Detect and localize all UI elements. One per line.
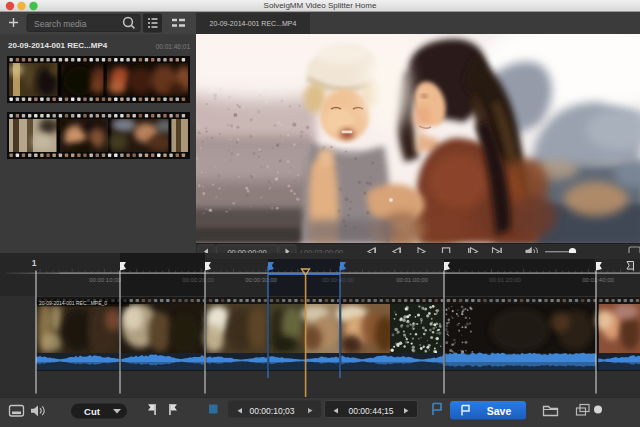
svg-text:00:00:44;15: 00:00:44;15 <box>349 406 394 416</box>
svg-text:Cut: Cut <box>84 406 101 417</box>
svg-text:00:00:10;03: 00:00:10;03 <box>250 406 295 416</box>
svg-text:Save: Save <box>487 405 512 417</box>
